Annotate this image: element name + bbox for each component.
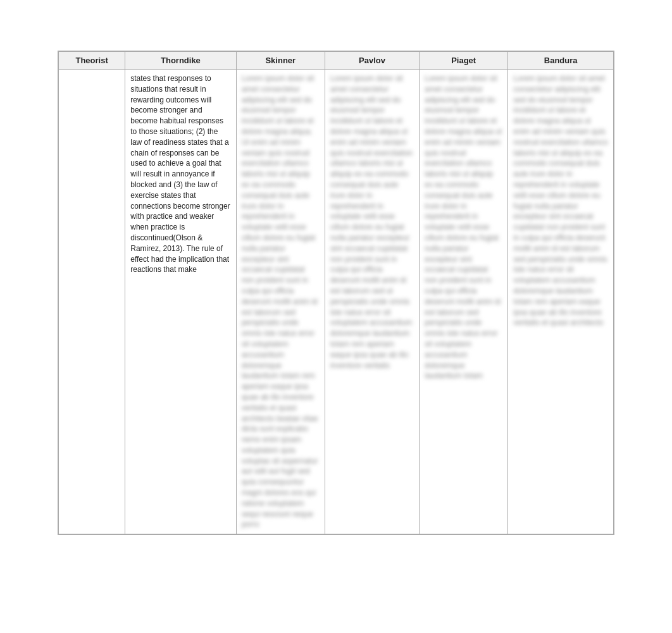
cell-piaget: Lorem ipsum dolor sit amet consectetur a… — [420, 70, 508, 534]
header-thorndike: Thorndike — [125, 52, 236, 70]
cell-theorist — [59, 70, 125, 534]
table-row: states that responses to situations that… — [59, 70, 614, 534]
header-piaget: Piaget — [420, 52, 508, 70]
cell-pavlov: Lorem ipsum dolor sit amet consectetur a… — [325, 70, 419, 534]
cell-thorndike: states that responses to situations that… — [125, 70, 236, 534]
cell-bandura: Lorem ipsum dolor sit amet consectetur a… — [508, 70, 614, 534]
header-pavlov: Pavlov — [325, 52, 419, 70]
cell-skinner: Lorem ipsum dolor sit amet consectetur a… — [236, 70, 325, 534]
header-theorist: Theorist — [59, 52, 125, 70]
header-bandura: Bandura — [508, 52, 614, 70]
header-skinner: Skinner — [236, 52, 325, 70]
